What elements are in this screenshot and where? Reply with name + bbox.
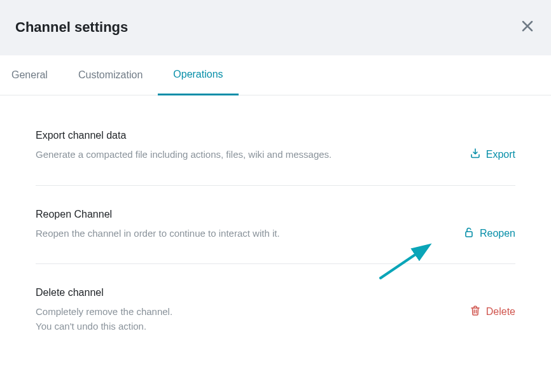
section-delete-title: Delete channel [36,287,457,298]
section-reopen-text: Reopen Channel Reopen the channel in ord… [36,209,463,241]
content-area: Export channel data Generate a compacted… [0,95,551,356]
section-reopen-desc: Reopen the channel in order to continue … [36,227,450,241]
section-delete-desc-line1: Completely remove the channel. [36,305,457,319]
download-icon [470,148,481,162]
tab-bar: General Customization Operations [0,55,551,95]
export-button-label: Export [486,149,515,160]
delete-button-label: Delete [486,306,515,318]
section-delete: Delete channel Completely remove the cha… [36,287,515,356]
export-button[interactable]: Export [470,148,515,162]
trash-icon [470,305,481,319]
close-icon [522,20,533,34]
close-button[interactable] [519,18,536,36]
tab-customization[interactable]: Customization [63,55,158,95]
section-reopen: Reopen Channel Reopen the channel in ord… [36,209,515,265]
section-export-desc: Generate a compacted file including acti… [36,148,457,162]
section-delete-desc-line2: You can't undo this action. [36,319,457,334]
delete-button[interactable]: Delete [470,305,515,319]
section-delete-text: Delete channel Completely remove the cha… [36,287,470,333]
section-delete-desc: Completely remove the channel. You can't… [36,305,457,333]
section-export-title: Export channel data [36,130,457,141]
reopen-button-label: Reopen [480,228,515,239]
section-export: Export channel data Generate a compacted… [36,130,515,186]
tab-operations[interactable]: Operations [158,55,238,95]
svg-rect-0 [466,232,472,237]
page-title: Channel settings [15,19,128,36]
tab-general[interactable]: General [10,55,63,95]
unlock-icon [463,227,475,241]
section-reopen-title: Reopen Channel [36,209,450,220]
section-export-text: Export channel data Generate a compacted… [36,130,470,162]
reopen-button[interactable]: Reopen [463,227,515,241]
modal-header: Channel settings [0,0,551,55]
